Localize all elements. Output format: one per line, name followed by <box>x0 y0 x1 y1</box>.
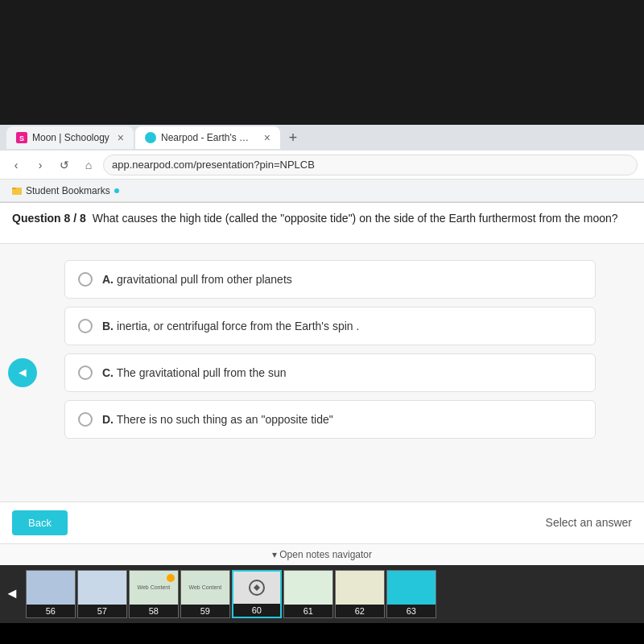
thumb-63-preview <box>387 571 436 605</box>
quiz-area: ◄ A. gravitational pull from other plane… <box>0 244 644 502</box>
thumb-56-number: 56 <box>27 605 75 617</box>
thumb-60-preview <box>233 572 280 604</box>
forward-nav-button[interactable]: › <box>31 155 50 175</box>
thumb-59-number: 59 <box>181 605 229 617</box>
browser-chrome: S Moon | Schoology × Nearpod - Earth's M… <box>0 125 644 203</box>
nav-left-button[interactable]: ◄ <box>8 358 37 387</box>
question-header: Question 8 / 8 What causes the high tide… <box>12 211 632 227</box>
svg-rect-3 <box>12 188 16 189</box>
option-c-label: C. The gravitational pull from the sun <box>102 366 287 379</box>
thumb-56-preview <box>27 571 75 605</box>
question-text: What causes the high tide (called the "o… <box>93 211 618 227</box>
thumb-57-preview <box>78 571 126 605</box>
thumb-62-preview <box>336 571 384 605</box>
bookmark-student-label: Student Bookmarks <box>26 185 110 196</box>
tab-schoology[interactable]: S Moon | Schoology × <box>6 126 134 149</box>
tab-nearpod-label: Nearpod - Earth's Moon <box>161 132 256 143</box>
thumb-61-number: 61 <box>284 605 332 617</box>
option-b-label: B. inertia, or centrifugal force from th… <box>102 320 359 332</box>
radio-c[interactable] <box>78 365 93 380</box>
question-number: Question 8 / 8 <box>12 211 86 227</box>
bookmark-dot <box>114 188 120 194</box>
tab-bar: S Moon | Schoology × Nearpod - Earth's M… <box>0 125 644 151</box>
thumb-57[interactable]: 57 <box>77 570 127 618</box>
orange-dot-58 <box>167 574 175 582</box>
thumb-62-number: 62 <box>336 605 384 617</box>
option-d[interactable]: D. There is no such thing as an "opposit… <box>64 400 596 439</box>
folder-icon <box>11 185 23 196</box>
svg-point-4 <box>114 188 119 193</box>
thumb-63-number: 63 <box>387 605 436 617</box>
radio-d[interactable] <box>78 412 93 427</box>
tab-schoology-label: Moon | Schoology <box>32 132 109 143</box>
select-answer-text: Select an answer <box>546 516 632 529</box>
radio-b[interactable] <box>78 319 93 333</box>
taskbar: ◄ 56 57 Web Content 58 Web Content 59 60… <box>0 565 644 623</box>
thumb-62[interactable]: 62 <box>335 570 385 618</box>
address-bar-row: ‹ › ↺ ⌂ <box>0 151 644 180</box>
back-button[interactable]: Back <box>12 510 68 535</box>
thumb-56[interactable]: 56 <box>26 570 76 618</box>
option-a[interactable]: A. gravitational pull from other planets <box>64 260 596 299</box>
thumb-61[interactable]: 61 <box>283 570 333 618</box>
notes-navigator[interactable]: ▾ Open notes navigator <box>0 543 644 565</box>
thumb-63[interactable]: 63 <box>386 570 436 618</box>
thumb-57-number: 57 <box>78 605 126 617</box>
nearpod-favicon <box>145 132 156 143</box>
address-input[interactable] <box>103 155 638 175</box>
home-button[interactable]: ⌂ <box>79 155 98 175</box>
taskbar-left-arrow[interactable]: ◄ <box>0 585 24 602</box>
thumb-58-number: 58 <box>130 605 178 617</box>
new-tab-button[interactable]: + <box>282 126 304 149</box>
refresh-button[interactable]: ↺ <box>55 155 74 175</box>
thumb-59-preview: Web Content <box>181 571 229 605</box>
option-a-label: A. gravitational pull from other planets <box>102 273 292 286</box>
bookmark-student[interactable]: Student Bookmarks <box>6 182 125 200</box>
thumb-60[interactable]: 60 <box>232 570 282 618</box>
svg-text:S: S <box>19 134 24 142</box>
question-header-area: Question 8 / 8 What causes the high tide… <box>0 203 644 243</box>
thumb-59[interactable]: Web Content 59 <box>180 570 230 618</box>
thumb-61-preview <box>284 571 332 605</box>
bottom-bar: Back Select an answer <box>0 502 644 543</box>
tab-nearpod-close[interactable]: × <box>264 131 270 144</box>
option-d-label: D. There is no such thing as an "opposit… <box>102 413 333 426</box>
schoology-favicon: S <box>16 132 27 143</box>
thumb-58[interactable]: Web Content 58 <box>129 570 179 618</box>
tab-schoology-close[interactable]: × <box>118 131 124 144</box>
dark-top-area <box>0 0 644 125</box>
bookmarks-bar: Student Bookmarks <box>0 180 644 202</box>
option-c[interactable]: C. The gravitational pull from the sun <box>64 353 596 392</box>
thumb-60-number: 60 <box>233 604 280 617</box>
tab-nearpod[interactable]: Nearpod - Earth's Moon × <box>135 126 280 149</box>
option-b[interactable]: B. inertia, or centrifugal force from th… <box>64 307 596 345</box>
back-nav-button[interactable]: ‹ <box>6 155 26 175</box>
radio-a[interactable] <box>78 272 93 287</box>
